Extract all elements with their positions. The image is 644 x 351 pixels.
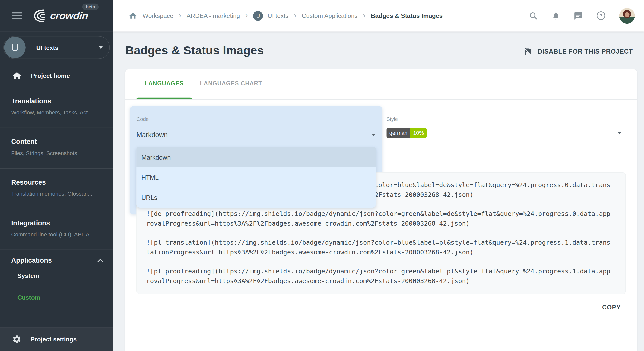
code-entry: ![pl proofreading](https://img.shields.i… xyxy=(146,267,625,286)
sidebar-item-custom[interactable]: Custom xyxy=(11,286,106,308)
sidebar-item-resources[interactable]: Resources Translation memories, Glossari… xyxy=(0,169,113,210)
home-icon[interactable] xyxy=(129,12,137,20)
code-select-column: Code Markdown Markdown HTML URLs xyxy=(136,112,376,172)
style-select-column: Style german 10% xyxy=(386,112,626,172)
code-entry: ![pl translation](https://img.shields.io… xyxy=(146,238,625,257)
code-select-menu: Markdown HTML URLs xyxy=(136,148,376,208)
sidebar-item-label: Project home xyxy=(31,72,70,79)
breadcrumb-ui-texts[interactable]: UI texts xyxy=(268,12,289,19)
project-selector[interactable]: U UI texts xyxy=(3,36,110,59)
page-header: Badges & Status Images DISABLE FOR THIS … xyxy=(125,44,637,58)
sidebar-item-project-settings[interactable]: Project settings xyxy=(0,327,113,351)
breadcrumb-workspace[interactable]: Workspace xyxy=(143,12,173,19)
menu-option-markdown[interactable]: Markdown xyxy=(136,148,376,168)
breadcrumb-current-page: Badges & Status Images xyxy=(371,12,443,19)
beta-badge: beta xyxy=(82,4,99,10)
notifications-icon[interactable] xyxy=(552,11,560,20)
project-avatar: U xyxy=(4,37,25,58)
page-title: Badges & Status Images xyxy=(125,44,264,58)
tab-languages[interactable]: LANGUAGES xyxy=(136,70,192,100)
sidebar: crowdin beta U UI texts Project home Tra… xyxy=(0,0,113,351)
chevron-right-icon: › xyxy=(245,12,248,19)
crowdin-logo-icon xyxy=(31,8,48,23)
gear-icon xyxy=(12,334,22,344)
section-subtitle: Command line tool (CLI), API, A... xyxy=(11,232,106,238)
style-badge-preview: german 10% xyxy=(386,128,427,138)
chevron-right-icon: › xyxy=(363,12,365,19)
breadcrumb-custom-applications[interactable]: Custom Applications xyxy=(302,12,357,19)
code-select-label: Code xyxy=(136,116,376,122)
chevron-down-icon xyxy=(372,134,376,136)
app-window: crowdin beta U UI texts Project home Tra… xyxy=(0,0,644,351)
applications-title: Applications xyxy=(11,256,52,264)
tab-languages-chart[interactable]: LANGUAGES CHART xyxy=(192,70,270,100)
chevron-down-icon xyxy=(99,46,103,49)
badge-options-row: Code Markdown Markdown HTML URLs xyxy=(125,112,637,172)
sidebar-item-translations[interactable]: Translations Workflow, Members, Tasks, A… xyxy=(0,88,113,128)
chevron-up-icon xyxy=(97,259,103,262)
breadcrumb-project-avatar: U xyxy=(253,11,263,21)
section-subtitle: Workflow, Members, Tasks, Act... xyxy=(11,110,106,116)
crowdin-logo[interactable]: crowdin beta xyxy=(31,8,88,23)
svg-text:?: ? xyxy=(599,13,602,18)
breadcrumb-ardea-marketing[interactable]: ARDEA - marketing xyxy=(187,12,240,19)
page-content: Badges & Status Images DISABLE FOR THIS … xyxy=(113,32,644,351)
project-name: UI texts xyxy=(36,44,59,51)
breadcrumb: Workspace › ARDEA - marketing › U UI tex… xyxy=(129,11,443,21)
copy-button[interactable]: COPY xyxy=(602,304,621,311)
code-entry: ![de proofreading](https://img.shields.i… xyxy=(146,210,625,229)
tab-label: LANGUAGES CHART xyxy=(200,80,262,86)
chevron-right-icon: › xyxy=(179,12,181,19)
top-bar: Workspace › ARDEA - marketing › U UI tex… xyxy=(113,0,644,32)
section-title: Integrations xyxy=(11,219,106,227)
badge-value: 10% xyxy=(410,128,427,138)
hamburger-menu-icon[interactable] xyxy=(12,11,22,21)
search-icon[interactable] xyxy=(529,11,538,20)
section-subtitle: Translation memories, Glossari... xyxy=(11,191,106,197)
help-icon[interactable]: ? xyxy=(596,11,606,20)
tab-bar: LANGUAGES LANGUAGES CHART xyxy=(125,70,637,100)
disable-for-project-button[interactable]: DISABLE FOR THIS PROJECT xyxy=(524,47,633,56)
code-select-open-panel: Code Markdown Markdown HTML URLs xyxy=(130,106,382,214)
flag-off-icon xyxy=(524,47,532,56)
user-avatar[interactable] xyxy=(619,8,635,24)
section-title: Translations xyxy=(11,97,106,105)
sidebar-item-integrations[interactable]: Integrations Command line tool (CLI), AP… xyxy=(0,210,113,250)
sidebar-item-project-home[interactable]: Project home xyxy=(0,64,113,88)
topbar-actions: ? xyxy=(529,8,635,24)
code-select-value: Markdown xyxy=(136,131,168,139)
section-subtitle: Files, Strings, Screenshots xyxy=(11,150,106,156)
code-select[interactable]: Markdown xyxy=(136,131,376,139)
home-icon xyxy=(12,71,22,80)
messages-icon[interactable] xyxy=(574,11,583,20)
chevron-right-icon: › xyxy=(294,12,296,19)
applications-header[interactable]: Applications xyxy=(11,256,106,264)
sidebar-item-system[interactable]: System xyxy=(11,264,106,286)
main-area: Workspace › ARDEA - marketing › U UI tex… xyxy=(113,0,644,351)
style-select[interactable]: german 10% xyxy=(386,128,626,138)
menu-option-urls[interactable]: URLs xyxy=(136,188,376,208)
menu-option-html[interactable]: HTML xyxy=(136,168,376,188)
sidebar-item-label: Project settings xyxy=(31,336,77,343)
badge-label: german xyxy=(386,128,410,138)
code-actions: COPY xyxy=(125,294,637,311)
disable-button-label: DISABLE FOR THIS PROJECT xyxy=(538,48,633,55)
sidebar-group-applications: Applications System Custom xyxy=(0,250,113,308)
badges-card: LANGUAGES LANGUAGES CHART Code Markdown xyxy=(125,70,637,351)
crowdin-logo-text: crowdin xyxy=(50,10,89,22)
active-tab-indicator xyxy=(136,98,192,100)
sidebar-item-content[interactable]: Content Files, Strings, Screenshots xyxy=(0,128,113,169)
tab-label: LANGUAGES xyxy=(145,80,184,86)
sidebar-header: crowdin beta xyxy=(0,0,113,32)
section-title: Content xyxy=(11,138,106,146)
chevron-down-icon xyxy=(618,132,622,134)
style-select-label: Style xyxy=(386,116,626,122)
project-selector-wrap: U UI texts xyxy=(0,32,113,64)
section-title: Resources xyxy=(11,178,106,186)
